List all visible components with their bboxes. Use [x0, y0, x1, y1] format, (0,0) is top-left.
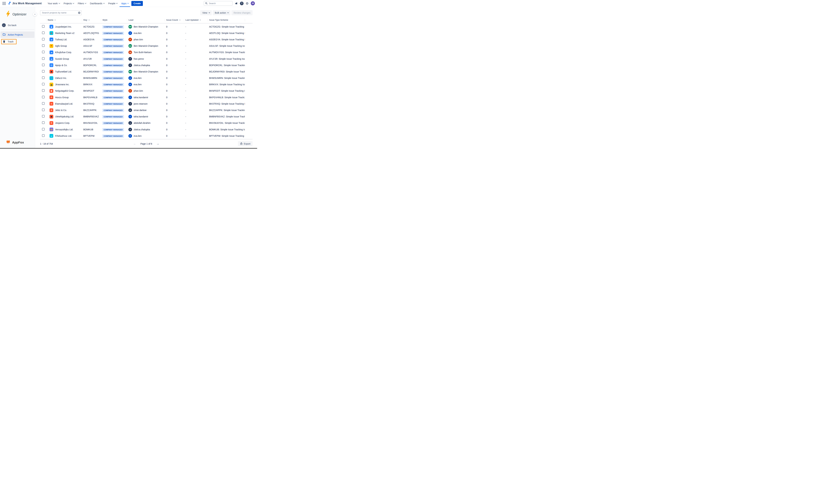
row-checkbox[interactable]: [42, 25, 45, 28]
column-header-last-updated[interactable]: Last Updated: [184, 19, 208, 21]
bulk-action-button[interactable]: Bulk action: [213, 10, 230, 15]
nav-people[interactable]: People: [107, 0, 119, 7]
row-checkbox[interactable]: [42, 70, 45, 73]
lead-avatar: TB: [128, 50, 132, 54]
clear-search-icon[interactable]: ✕: [78, 12, 80, 14]
nav-filters[interactable]: Filters: [76, 0, 88, 7]
row-checkbox[interactable]: [42, 134, 45, 137]
project-key: BNVSKAYOIL: [82, 122, 101, 124]
row-checkbox[interactable]: [42, 38, 45, 40]
row-checkbox[interactable]: [42, 96, 45, 98]
help-icon[interactable]: ?: [240, 2, 244, 5]
review-changes-button[interactable]: Review changes: [231, 10, 253, 15]
style-badge: COMPANY MANAGED: [102, 57, 124, 61]
row-checkbox[interactable]: [42, 31, 45, 34]
lead-name: eva.lien: [134, 135, 142, 137]
row-checkbox[interactable]: [42, 76, 45, 79]
issue-count: 0: [165, 25, 184, 28]
project-name-link[interactable]: Juupobejani Inc.: [55, 25, 72, 28]
column-header-issue-count[interactable]: Issue Count: [165, 19, 184, 21]
project-name-link[interactable]: Apoju & Co.: [55, 64, 67, 67]
project-name-link[interactable]: Uletefojakukig Ltd.: [55, 115, 74, 118]
project-name-link[interactable]: Hovzu Group: [55, 96, 69, 99]
project-name-link[interactable]: Zafuczi Inc.: [55, 77, 67, 79]
go-back-button[interactable]: ← Go back: [2, 23, 35, 27]
row-checkbox[interactable]: [42, 44, 45, 47]
row-checkbox[interactable]: [42, 89, 45, 92]
project-name-link[interactable]: Jebiz & Co.: [55, 109, 67, 111]
column-header-issue-type-scheme[interactable]: Issue Type Scheme: [208, 19, 245, 21]
nav-dashboards[interactable]: Dashboards: [88, 0, 106, 7]
column-header-lead[interactable]: Lead: [127, 19, 165, 21]
nav-your-work[interactable]: Your work: [46, 0, 61, 7]
sidebar-item-active-projects[interactable]: Active Projects: [0, 31, 34, 38]
project-avatar-icon: ⚙: [50, 95, 53, 99]
project-key: AYLFJR: [82, 58, 101, 60]
previous-page-arrow-icon[interactable]: ←: [133, 142, 136, 145]
row-checkbox[interactable]: [42, 64, 45, 66]
user-avatar[interactable]: JR: [251, 1, 255, 5]
table-row: ☁ Kihujlufuw Corp. AUTMOVYGS COMPANY MAN…: [40, 49, 253, 56]
table-row: ▄ Jinaceara Inc. BIRKIVX COMPANY MANAGED…: [40, 81, 253, 88]
issue-type-scheme: BKSTRXQ: Simple Issue Tracking I...: [208, 102, 245, 105]
row-checkbox[interactable]: [42, 109, 45, 111]
project-name-link[interactable]: Jinaceara Inc.: [55, 83, 69, 86]
settings-gear-icon[interactable]: ⚙: [246, 2, 249, 5]
lead-name: eva.lien: [134, 32, 142, 34]
project-name-link[interactable]: Marketing Team v2: [55, 32, 74, 34]
lead-avatar: P: [128, 38, 132, 41]
table-body: ▲ Juupobejani Inc. ACTDGZG COMPANY MANAG…: [40, 23, 253, 139]
optimizer-logo: Optimizer: [6, 11, 35, 18]
project-name-link[interactable]: Kihujlufuw Corp.: [55, 51, 72, 54]
style-badge: COMPANY MANAGED: [102, 109, 124, 112]
project-name-link[interactable]: Vensazofojku Ltd.: [55, 128, 73, 131]
project-name-link[interactable]: Josjanro Corp.: [55, 122, 70, 124]
column-header-style[interactable]: Style: [101, 19, 127, 21]
project-name-link[interactable]: Nelgutagaful Corp.: [55, 90, 74, 92]
row-checkbox[interactable]: [42, 121, 45, 124]
table-row: ⚙ Josjanro Corp. BNVSKAYOIL COMPANY MANA…: [40, 120, 253, 126]
project-search-input[interactable]: [40, 10, 82, 15]
chevron-down-icon: [59, 2, 60, 4]
view-button[interactable]: View: [200, 10, 212, 15]
sidebar-item-trash[interactable]: Trash: [1, 39, 17, 44]
project-name-link[interactable]: Susiok Group: [55, 58, 69, 60]
project-name-link[interactable]: Etamubazjod Ltd.: [55, 102, 73, 105]
project-name-link[interactable]: Agfo Group: [55, 45, 67, 47]
chevron-down-icon: [85, 2, 86, 4]
last-updated: -: [184, 135, 208, 137]
project-name-link[interactable]: Tuthooj Ltd.: [55, 38, 67, 41]
column-header-extra: [245, 19, 253, 21]
project-key: ASULSF: [82, 45, 101, 47]
nav-apps[interactable]: Apps: [120, 0, 130, 7]
column-header-key[interactable]: Key: [82, 19, 101, 21]
lead-name: zlatica.chalupka: [134, 128, 150, 131]
app-switcher-icon[interactable]: [3, 2, 6, 5]
project-name-link[interactable]: Fiheluohvuc Ltd.: [55, 135, 72, 137]
row-checkbox[interactable]: [42, 57, 45, 60]
lead-name: jane.rotanson: [134, 102, 148, 105]
row-checkbox[interactable]: [42, 128, 45, 131]
table-row: ☁ Tuthooj Ltd. ASOEGYA COMPANY MANAGED P…: [40, 36, 253, 43]
jira-brand[interactable]: Jira Work Management: [8, 1, 42, 5]
row-checkbox[interactable]: [42, 115, 45, 118]
lead-avatar: F: [128, 57, 132, 61]
table-footer: 1 - 18 of 754 ← Page 1 of 6 → Export: [40, 139, 253, 148]
row-checkbox[interactable]: [42, 83, 45, 85]
lead-avatar: E: [128, 31, 132, 35]
announcements-flag-icon[interactable]: [235, 2, 238, 5]
issue-type-scheme: AEOTLOQ: Simple Issue Tracking I...: [208, 32, 245, 34]
create-button[interactable]: Create: [131, 1, 143, 6]
lead-name: omar.darboe: [134, 109, 147, 111]
export-button[interactable]: Export: [238, 141, 253, 146]
row-checkbox[interactable]: [42, 51, 45, 53]
next-page-arrow-icon[interactable]: →: [156, 142, 159, 145]
column-header-name[interactable]: Name: [46, 19, 82, 21]
last-updated: -: [184, 115, 208, 118]
global-search-input[interactable]: [204, 1, 233, 6]
project-name-link[interactable]: Tujifunekbel Ltd.: [55, 70, 72, 73]
last-updated: -: [184, 83, 208, 86]
row-checkbox[interactable]: [42, 102, 45, 105]
nav-projects[interactable]: Projects: [62, 0, 76, 7]
sidebar-collapse-button[interactable]: ‹: [33, 12, 37, 16]
